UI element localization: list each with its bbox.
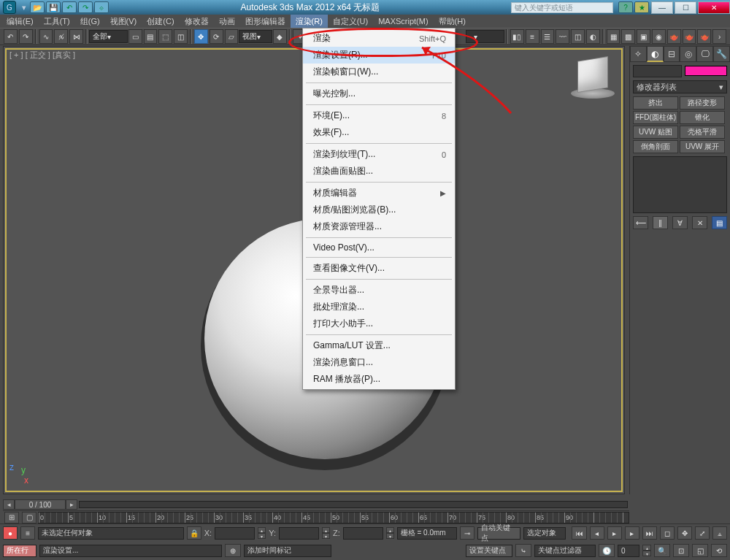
stack-config-icon[interactable]: ▤: [712, 216, 727, 229]
menu-item[interactable]: 环境(E)...8: [303, 107, 455, 124]
menu-item[interactable]: Video Post(V)...: [303, 240, 455, 255]
pan-icon[interactable]: ✥: [677, 526, 692, 540]
menu-0[interactable]: 编辑(E): [1, 15, 39, 28]
trackbar-ruler[interactable]: 051015202530354045505560657075808590: [38, 512, 629, 523]
display-tab-icon[interactable]: 🖵: [696, 46, 713, 62]
setkey-button[interactable]: 设置关键点: [466, 545, 512, 557]
trackbar-filter-icon[interactable]: ▢: [22, 512, 36, 523]
qat-redo-icon[interactable]: ↷: [78, 1, 93, 13]
prev-frame-icon[interactable]: ◂: [590, 526, 604, 540]
window-crossing-icon[interactable]: ◫: [174, 29, 188, 44]
menu-item[interactable]: 批处理渲染...: [303, 299, 455, 315]
motion-tab-icon[interactable]: ◎: [680, 46, 696, 62]
autokey-button[interactable]: 自动关键点: [477, 527, 520, 540]
material-editor-icon[interactable]: ◐: [586, 29, 600, 44]
stack-show-icon[interactable]: ‖: [653, 216, 668, 229]
time-tag-field[interactable]: 添加时间标记: [244, 545, 331, 557]
viewcube-cube-icon[interactable]: [577, 56, 608, 93]
time-config-icon[interactable]: 🕓: [599, 544, 615, 557]
scale-icon[interactable]: ▱: [225, 29, 239, 44]
keyfilter-arrow-icon[interactable]: ⤷: [515, 544, 531, 557]
menu-7[interactable]: 图形编辑器: [240, 15, 291, 28]
menu-6[interactable]: 动画: [214, 15, 240, 28]
object-name-field[interactable]: [633, 65, 682, 77]
pivot-icon[interactable]: ◆: [273, 29, 287, 44]
schematic-icon[interactable]: ◫: [571, 29, 585, 44]
menu-item[interactable]: 渲染Shift+Q: [303, 30, 455, 47]
menu-item[interactable]: 效果(F)...: [303, 124, 455, 141]
lock-selection-icon[interactable]: 🔒: [187, 526, 201, 540]
goto-start-icon[interactable]: ⏮: [572, 526, 586, 540]
time-track[interactable]: [79, 501, 628, 508]
utility-tab-icon[interactable]: 🔧: [713, 46, 730, 62]
menu-item[interactable]: 渲染到纹理(T)...0: [303, 146, 455, 163]
layers-icon[interactable]: ☰: [541, 29, 555, 44]
stack-remove-icon[interactable]: ✕: [692, 216, 707, 229]
qat-open-icon[interactable]: 📂: [30, 1, 45, 13]
modifier-button[interactable]: 挤出: [633, 96, 678, 110]
goto-end-icon[interactable]: ⏭: [642, 526, 657, 540]
modifier-button[interactable]: FFD(圆柱体): [633, 111, 678, 124]
curve-editor-icon[interactable]: 〰: [556, 29, 569, 44]
menu-2[interactable]: 组(G): [75, 15, 105, 28]
menu-item[interactable]: 查看图像文件(V)...: [303, 260, 455, 277]
isolate-icon[interactable]: ◻: [660, 526, 675, 540]
max-viewport-icon[interactable]: ◱: [692, 544, 708, 557]
menu-item[interactable]: 渲染曲面贴图...: [303, 163, 455, 180]
orbit-icon[interactable]: ⟲: [711, 544, 727, 557]
menu-item[interactable]: 曝光控制...: [303, 85, 455, 102]
render-setup-icon[interactable]: ▦: [607, 29, 620, 44]
menu-item[interactable]: 渲染消息窗口...: [303, 354, 455, 371]
qat-chevron-icon[interactable]: ▾: [19, 3, 29, 12]
unlink-icon[interactable]: ∿̸: [54, 29, 68, 44]
menu-11[interactable]: 帮助(H): [434, 15, 471, 28]
stack-unique-icon[interactable]: ∀: [672, 216, 688, 229]
key-filter-button[interactable]: 关键点过滤器: [534, 545, 596, 557]
link-icon[interactable]: ∿: [39, 29, 53, 44]
menu-item[interactable]: 全景导出器...: [303, 282, 455, 299]
menu-item[interactable]: 材质/贴图浏览器(B)...: [303, 202, 455, 218]
zoom-extents-icon[interactable]: ⤢: [695, 526, 710, 540]
selected-obj-dropdown[interactable]: 选定对象: [523, 527, 566, 540]
modifier-button[interactable]: 锥化: [680, 111, 725, 124]
modifier-stack[interactable]: [633, 156, 727, 213]
modifier-button[interactable]: UVW 展开: [680, 140, 725, 153]
y-field[interactable]: [279, 527, 319, 540]
script-listener-icon[interactable]: ≡: [20, 526, 35, 540]
modify-tab-icon[interactable]: ◐: [647, 46, 664, 62]
object-color-swatch[interactable]: [685, 66, 728, 76]
undo-icon[interactable]: ↶: [4, 29, 18, 44]
move-icon[interactable]: ✥: [194, 29, 208, 44]
modifier-button[interactable]: UVW 贴图: [633, 126, 678, 139]
menu-item[interactable]: 渲染帧窗口(W)...: [303, 64, 455, 80]
menu-3[interactable]: 视图(V): [105, 15, 142, 28]
zoom-all-icon[interactable]: ⊡: [673, 544, 689, 557]
select-name-icon[interactable]: ▤: [144, 29, 158, 44]
render-icon[interactable]: ▣: [637, 29, 650, 44]
more-icon[interactable]: ›: [712, 29, 726, 44]
z-field[interactable]: [343, 527, 383, 540]
search-input[interactable]: 键入关键字或短语: [511, 2, 613, 13]
menu-item[interactable]: Gamma/LUT 设置...: [303, 337, 455, 354]
ref-coord-dropdown[interactable]: 视图 ▾: [239, 30, 272, 43]
viewport-label[interactable]: [ + ] [ 正交 ] [真实 ]: [9, 50, 75, 61]
bind-icon[interactable]: ⋈: [69, 29, 83, 44]
trackbar-toggle-icon[interactable]: ⊞: [4, 512, 19, 523]
next-frame-icon[interactable]: ▸: [625, 526, 639, 540]
star-icon[interactable]: ★: [634, 1, 649, 13]
menu-5[interactable]: 修改器: [180, 15, 214, 28]
menu-item[interactable]: 材质资源管理器...: [303, 218, 455, 235]
selection-filter-dropdown[interactable]: 全部 ▾: [89, 30, 128, 43]
menu-8[interactable]: 渲染(R): [291, 15, 328, 28]
qat-save-icon[interactable]: 💾: [46, 1, 61, 13]
menu-10[interactable]: MAXScript(M): [373, 15, 433, 27]
viewcube[interactable]: [576, 58, 610, 99]
qat-undo-icon[interactable]: ↶: [62, 1, 77, 13]
menu-item[interactable]: RAM 播放器(P)...: [303, 371, 455, 388]
menu-9[interactable]: 自定义(U): [328, 15, 373, 28]
mirror-icon[interactable]: ▮▯: [510, 29, 524, 44]
stack-pin-icon[interactable]: ⟵: [633, 216, 648, 229]
time-current[interactable]: 0 / 100: [15, 499, 66, 510]
app-icon[interactable]: G: [3, 1, 16, 14]
snap-toggle-icon[interactable]: ⊕: [225, 544, 241, 557]
